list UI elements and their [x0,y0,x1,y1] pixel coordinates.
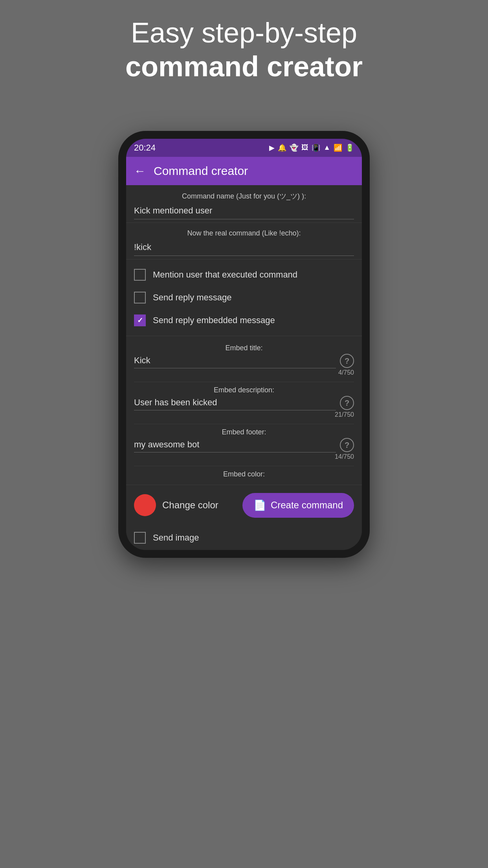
hero-section: Easy step-by-step command creator [67,16,421,107]
send-image-label: Send image [153,533,199,543]
embed-footer-counter: 14/750 [134,452,354,462]
status-icons: ▶ 🔔 👻 🖼 📳 ▲ 📶 🔋 [269,143,354,152]
back-button[interactable]: ← [134,164,146,178]
embed-title-counter: 4/750 [134,368,354,378]
app-title: Command creator [154,164,248,178]
checkbox-mention-label: Mention user that executed command [153,270,297,280]
embed-footer-label: Embed footer: [134,428,354,436]
embed-color-label: Embed color: [134,466,354,481]
embed-section: Embed title: Kick ? 4/750 Embed descript… [126,336,362,485]
embed-title-value[interactable]: Kick [134,354,336,368]
embed-desc-field: Embed description: User has been kicked … [134,382,354,424]
signal-icon: 📶 [334,143,342,152]
embed-desc-label: Embed description: [134,386,354,394]
checkbox-embed-box[interactable] [134,314,146,326]
embed-desc-value[interactable]: User has been kicked [134,396,336,410]
send-image-row: Send image [126,526,362,550]
screen-content: Command name (Just for you (ツ_ツ) ): Kick… [126,185,362,550]
embed-footer-value[interactable]: my awesome bot [134,438,336,452]
create-command-label: Create command [271,500,343,511]
embed-footer-help-icon[interactable]: ? [340,438,354,452]
phone-mockup: 20:24 ▶ 🔔 👻 🖼 📳 ▲ 📶 🔋 ← Command creator … [118,131,370,558]
create-command-button[interactable]: 📄 Create command [242,493,354,518]
embed-title-row: Kick ? [134,354,354,368]
embed-desc-counter: 21/750 [134,410,354,420]
youtube-icon: ▶ [269,143,275,152]
checkbox-embed-label: Send reply embedded message [153,315,275,326]
checkbox-reply-box[interactable] [134,292,146,303]
embed-footer-row: my awesome bot ? [134,438,354,452]
app-bar: ← Command creator [126,157,362,185]
checkbox-group: Mention user that executed command Send … [126,259,362,336]
checkbox-mention[interactable]: Mention user that executed command [134,263,354,286]
embed-footer-field: Embed footer: my awesome bot ? 14/750 [134,424,354,466]
battery-icon: 🔋 [345,143,354,152]
send-image-checkbox[interactable] [134,532,146,544]
command-name-group: Command name (Just for you (ツ_ツ) ): Kick… [126,185,362,223]
notification-icon: 🔔 [278,143,286,152]
real-command-group: Now the real command (Like !echo): !kick [126,223,362,259]
snapchat-icon: 👻 [290,143,298,152]
vibrate-icon: 📳 [312,143,320,152]
change-color-area[interactable]: Change color [134,494,218,516]
create-command-icon: 📄 [253,499,266,511]
gallery-icon: 🖼 [301,143,308,152]
change-color-text: Change color [162,500,218,511]
bottom-bar: Change color 📄 Create command [126,485,362,526]
status-bar: 20:24 ▶ 🔔 👻 🖼 📳 ▲ 📶 🔋 [126,139,362,157]
phone-screen: 20:24 ▶ 🔔 👻 🖼 📳 ▲ 📶 🔋 ← Command creator … [126,139,362,550]
checkbox-reply-label: Send reply message [153,292,232,303]
command-name-value[interactable]: Kick mentioned user [134,204,354,219]
command-name-label: Command name (Just for you (ツ_ツ) ): [134,191,354,201]
embed-title-field: Embed title: Kick ? 4/750 [134,340,354,382]
embed-title-help-icon[interactable]: ? [340,354,354,368]
status-time: 20:24 [134,143,156,153]
real-command-label: Now the real command (Like !echo): [134,229,354,237]
embed-color-field: Embed color: [134,466,354,481]
checkbox-embed[interactable]: Send reply embedded message [134,309,354,332]
real-command-value[interactable]: !kick [134,241,354,256]
checkbox-mention-box[interactable] [134,269,146,281]
hero-text: Easy step-by-step command creator [67,16,421,84]
embed-desc-row: User has been kicked ? [134,396,354,410]
embed-desc-help-icon[interactable]: ? [340,396,354,410]
embed-title-label: Embed title: [134,344,354,352]
color-circle[interactable] [134,494,156,516]
wifi-icon: ▲ [323,143,330,152]
checkbox-reply[interactable]: Send reply message [134,286,354,309]
